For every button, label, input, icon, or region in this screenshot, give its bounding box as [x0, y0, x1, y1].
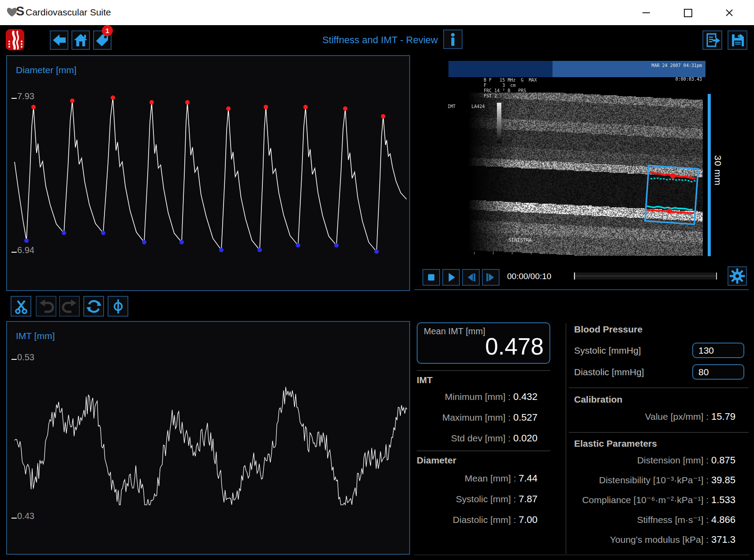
window-title: Cardiovascular Suite [26, 7, 111, 18]
stat-row: Distensibility [10⁻³·kPa⁻¹] : 39.85 [574, 474, 735, 487]
diastolic-min-marker[interactable] [62, 231, 66, 235]
export-icon [704, 32, 721, 49]
calibration-header: Calibration [574, 394, 623, 405]
diastolic-min-marker[interactable] [24, 239, 29, 243]
bp-field-label: Diastolic [mmHg] [574, 367, 644, 377]
cut-button[interactable] [11, 296, 31, 317]
stat-row: Stiffness [m·s⁻¹] : 4.866 [574, 514, 735, 526]
scissors-icon [12, 298, 30, 315]
waveform-trace [15, 98, 407, 252]
playback-position-marker[interactable] [574, 273, 575, 280]
playback-settings-button[interactable] [728, 266, 747, 286]
home-button[interactable] [71, 30, 90, 50]
diastolic-min-marker[interactable] [334, 243, 339, 247]
blood-pressure-fields: Systolic [mmHg]Diastolic [mmHg] [574, 340, 744, 383]
bp-row: Diastolic [mmHg] [574, 361, 744, 383]
diastolic-min-marker[interactable] [179, 240, 184, 244]
back-button[interactable] [50, 30, 68, 50]
diastolic-min-marker[interactable] [101, 231, 105, 235]
divider [569, 388, 749, 388]
undo-button[interactable] [36, 296, 56, 317]
systolic-peak-marker[interactable] [31, 105, 36, 109]
maximize-button[interactable] [680, 5, 695, 20]
stat-row-value: 4.866 [711, 514, 735, 525]
edit-toolbar [11, 296, 138, 317]
step-back-button[interactable] [462, 269, 480, 286]
stop-button[interactable] [422, 269, 440, 286]
systolic-peak-marker[interactable] [303, 105, 308, 109]
diastolic-min-marker[interactable] [374, 250, 379, 254]
stat-row-label: Young's modulus [kPa] : [610, 534, 711, 545]
imt-chart-panel: IMT [mm] 0.53 0.43 [6, 321, 410, 555]
systolic-peak-marker[interactable] [149, 100, 154, 105]
playback-progress-bar[interactable] [573, 273, 717, 280]
divider [566, 323, 566, 554]
divider [414, 289, 749, 290]
stat-row-label: Distension [mm] : [637, 455, 711, 465]
step-forward-icon [483, 269, 499, 285]
stat-row: Mean [mm] : 7.44 [417, 473, 538, 485]
imt-section-header: IMT [417, 375, 433, 385]
diastolic-min-marker[interactable] [219, 248, 224, 252]
divider [417, 370, 550, 371]
diameter-section-header: Diameter [417, 455, 456, 466]
minimize-button[interactable] [638, 5, 653, 20]
main-toolbar: 1 Stiffness and IMT - Review [0, 25, 754, 55]
blood-pressure-header: Blood Pressure [574, 324, 642, 335]
systolic-peak-marker[interactable] [70, 99, 75, 103]
systolic-peak-marker[interactable] [264, 105, 268, 109]
gear-icon [728, 267, 746, 285]
stat-row-value: 0.020 [513, 433, 538, 444]
diastolic-min-marker[interactable] [296, 243, 300, 247]
stat-row: Young's modulus [kPa] : 371.3 [574, 534, 735, 546]
save-icon [729, 32, 746, 49]
stat-row-label: Minimum [mm] : [445, 392, 513, 402]
info-button[interactable] [443, 30, 463, 49]
diameter-waveform-plot[interactable] [7, 56, 409, 290]
imt-waveform-plot[interactable] [7, 322, 409, 554]
systolic-input[interactable] [692, 343, 744, 358]
play-icon [443, 269, 459, 285]
stat-row: Compliance [10⁻⁶·m⁻²·kPa⁻¹] : 1.533 [574, 494, 735, 507]
imt-stats-rows: Minimum [mm] : 0.432Maximum [mm] : 0.527… [417, 391, 538, 453]
systolic-peak-marker[interactable] [185, 100, 190, 105]
save-button[interactable] [728, 30, 747, 50]
phase-button[interactable] [108, 296, 128, 317]
stat-row-label: Compliance [10⁻⁶·m⁻²·kPa⁻¹] : [582, 495, 711, 505]
systolic-peak-marker[interactable] [343, 106, 347, 111]
divider [414, 555, 750, 555]
stat-row-label: Diastolic [mm] : [453, 515, 519, 525]
stat-row-value: 0.875 [711, 455, 735, 466]
diastolic-input[interactable] [692, 364, 744, 380]
bp-field-label: Systolic [mmHg] [574, 345, 641, 356]
ultrasound-image[interactable] [414, 56, 705, 258]
bp-row: Systolic [mmHg] [574, 340, 744, 361]
diastolic-min-marker[interactable] [258, 248, 262, 252]
play-button[interactable] [442, 269, 460, 286]
systolic-peak-marker[interactable] [226, 106, 231, 111]
stop-icon [423, 269, 439, 285]
stat-row-value: 371.3 [711, 534, 735, 545]
step-back-icon [463, 269, 479, 285]
notification-badge: 1 [102, 25, 113, 36]
systolic-peak-marker[interactable] [111, 96, 115, 100]
systolic-peak-marker[interactable] [381, 114, 385, 119]
export-report-button[interactable] [702, 30, 722, 50]
info-icon [444, 31, 461, 48]
close-button[interactable] [722, 5, 737, 20]
stat-row-value: 7.44 [519, 473, 538, 484]
stat-row-label: Systolic [mm] : [456, 494, 519, 504]
page-title: Stiffness and IMT - Review [289, 34, 438, 46]
stat-row-label: Value [px/mm] : [645, 411, 711, 422]
step-forward-button[interactable] [482, 269, 500, 286]
diastolic-min-marker[interactable] [142, 240, 146, 244]
ultrasound-scale-label: 30 mm [713, 155, 723, 186]
stat-row-value: 0.527 [513, 412, 538, 423]
divider [569, 432, 749, 433]
redo-button[interactable] [59, 296, 80, 317]
recompute-button[interactable] [83, 296, 104, 317]
stat-row: Value [px/mm] : 15.79 [574, 411, 735, 423]
title-bar: S Cardiovascular Suite [0, 0, 754, 25]
stat-row-value: 39.85 [711, 474, 735, 485]
stat-row: Std dev [mm] : 0.020 [417, 433, 538, 445]
